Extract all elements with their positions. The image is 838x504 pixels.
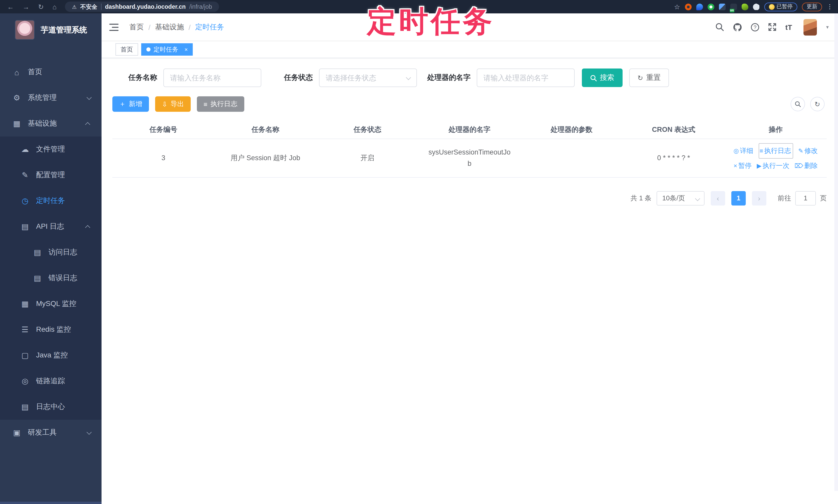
job-name-input[interactable]: [163, 69, 261, 87]
bookmark-star-icon[interactable]: ☆: [674, 3, 680, 11]
timer-icon: ◷: [21, 196, 29, 205]
sidebar-item-scheduled-job[interactable]: ◷ 定时任务: [0, 188, 102, 214]
extension-icon[interactable]: [708, 3, 714, 10]
detail-link[interactable]: ◎详细: [733, 147, 753, 155]
sidebar-item-java-monitor[interactable]: ▢ Java 监控: [0, 343, 102, 368]
tag-close-icon[interactable]: ×: [185, 46, 188, 53]
col-handler-param: 处理器的参数: [521, 125, 623, 134]
sidebar-item-file-manage[interactable]: ☁ 文件管理: [0, 137, 102, 162]
page-size-select[interactable]: 10条/页: [657, 191, 704, 205]
reset-icon: ↻: [638, 74, 643, 81]
security-label[interactable]: 不安全: [80, 3, 97, 11]
sidebar-empty-space: [0, 446, 102, 502]
cell-handler-param: [521, 154, 623, 162]
page-scrollbar[interactable]: [834, 13, 838, 491]
browser-menu-icon[interactable]: ⋮: [827, 3, 833, 10]
extension-on-badge: on: [730, 8, 734, 12]
address-bar[interactable]: ⚠ 不安全 dashboard.yudao.iocoder.cn/infra/j…: [65, 2, 219, 12]
sidebar-collapse-icon[interactable]: [109, 23, 119, 31]
profile-paused-chip[interactable]: 已暂停: [764, 2, 797, 11]
extension-icon[interactable]: [741, 3, 748, 10]
sidebar: 芋道管理系统 ⌂ 首页 ⚙ 系统管理 ▦ 基础设施: [0, 13, 102, 504]
font-size-icon[interactable]: tT: [785, 23, 792, 31]
user-avatar[interactable]: [803, 19, 817, 35]
col-job-status: 任务状态: [316, 125, 418, 134]
run-once-link[interactable]: ▶执行一次: [757, 161, 789, 169]
trash-icon: ⌦: [795, 162, 803, 169]
tag-label: 定时任务: [154, 45, 178, 54]
reset-button[interactable]: ↻ 重置: [629, 69, 669, 87]
sidebar-item-system[interactable]: ⚙ 系统管理: [0, 85, 102, 111]
filter-form: 任务名称 任务状态 处理器的名字: [112, 69, 827, 87]
sidebar-item-infra[interactable]: ▦ 基础设施: [0, 111, 102, 137]
help-icon[interactable]: ?: [750, 22, 760, 32]
home-icon[interactable]: ⌂: [53, 3, 57, 11]
sidebar-item-log-center[interactable]: ▤ 日志中心: [0, 394, 102, 420]
export-button-label: 导出: [171, 100, 184, 109]
infra-icon: ▦: [12, 119, 21, 128]
show-search-toggle-button[interactable]: [790, 97, 805, 111]
row-exec-log-link[interactable]: ≡执行日志: [760, 147, 791, 155]
prev-page-button[interactable]: ‹: [711, 191, 725, 205]
goto-page-input[interactable]: [795, 191, 816, 205]
sidebar-item-trace[interactable]: ◎ 链路追踪: [0, 368, 102, 394]
sidebar-item-label: 访问日志: [49, 248, 77, 257]
sidebar-item-label: 错误日志: [49, 273, 77, 283]
sidebar-item-mysql-monitor[interactable]: ▦ MySQL 监控: [0, 291, 102, 317]
paused-label: 已暂停: [776, 3, 793, 10]
next-page-button[interactable]: ›: [752, 191, 766, 205]
sidebar-item-access-log[interactable]: ▤ 访问日志: [0, 239, 102, 265]
reload-icon[interactable]: ↻: [38, 3, 44, 11]
fullscreen-icon[interactable]: [768, 22, 777, 32]
cell-handler-name: sysUserSessionTimeoutJob: [418, 143, 521, 173]
extensions-puzzle-icon[interactable]: [753, 3, 760, 10]
forward-icon[interactable]: →: [23, 3, 29, 11]
sidebar-item-home[interactable]: ⌂ 首页: [0, 59, 102, 85]
gear-icon: ⚙: [12, 93, 21, 103]
extension-icon[interactable]: [696, 3, 703, 10]
caret-down-icon[interactable]: ▾: [826, 24, 829, 30]
add-button[interactable]: ＋ 新增: [112, 96, 149, 112]
sidebar-item-redis-monitor[interactable]: ☰ Redis 监控: [0, 317, 102, 343]
tag-home[interactable]: 首页: [116, 43, 138, 56]
sidebar-item-api-log[interactable]: ▤ API 日志: [0, 214, 102, 239]
app-logo-row[interactable]: 芋道管理系统: [0, 13, 102, 45]
handler-name-input[interactable]: [477, 69, 575, 87]
exec-log-button[interactable]: ≡ 执行日志: [197, 96, 244, 112]
refresh-button[interactable]: ↻: [810, 97, 825, 111]
sidebar-item-dev-tools[interactable]: ▣ 研发工具: [0, 420, 102, 446]
export-button[interactable]: ⇩ 导出: [155, 96, 191, 112]
sidebar-item-config-manage[interactable]: ✎ 配置管理: [0, 162, 102, 188]
sidebar-item-error-log[interactable]: ▤ 错误日志: [0, 265, 102, 291]
current-page-button[interactable]: 1: [731, 191, 746, 205]
sidebar-item-label: 日志中心: [36, 402, 65, 412]
job-name-input-field[interactable]: [170, 74, 255, 82]
search-button[interactable]: 搜索: [582, 69, 623, 87]
chevron-down-icon: [695, 196, 700, 201]
chevron-up-icon: [85, 122, 90, 127]
back-icon[interactable]: ←: [7, 3, 14, 11]
delete-link[interactable]: ⌦删除: [795, 161, 818, 169]
search-icon[interactable]: [715, 22, 724, 32]
sidebar-item-label: 基础设施: [28, 119, 57, 128]
pause-link[interactable]: ×暂停: [734, 161, 752, 169]
handler-name-input-field[interactable]: [484, 74, 568, 82]
breadcrumb-infra[interactable]: 基础设施: [155, 22, 184, 32]
github-icon[interactable]: [733, 22, 742, 32]
extension-icon[interactable]: on: [730, 3, 737, 10]
close-icon: ×: [734, 162, 737, 169]
edit-link[interactable]: ✎修改: [798, 147, 818, 155]
breadcrumb-separator: /: [189, 23, 191, 31]
cell-job-status: 开启: [316, 149, 418, 167]
job-status-select[interactable]: [319, 69, 417, 87]
tag-scheduled-job[interactable]: 定时任务 ×: [141, 43, 193, 56]
browser-update-button[interactable]: 更新: [802, 2, 822, 11]
breadcrumb-home[interactable]: 首页: [129, 22, 144, 32]
extension-icon[interactable]: [685, 3, 692, 10]
table-row: 3 用户 Session 超时 Job 开启 sysUserSessionTim…: [112, 139, 827, 178]
extension-icon[interactable]: [719, 3, 726, 10]
url-separator: [101, 4, 101, 10]
job-status-select-field[interactable]: [326, 74, 410, 82]
job-name-label: 任务名称: [128, 73, 157, 83]
eye-icon: ◎: [21, 377, 29, 386]
